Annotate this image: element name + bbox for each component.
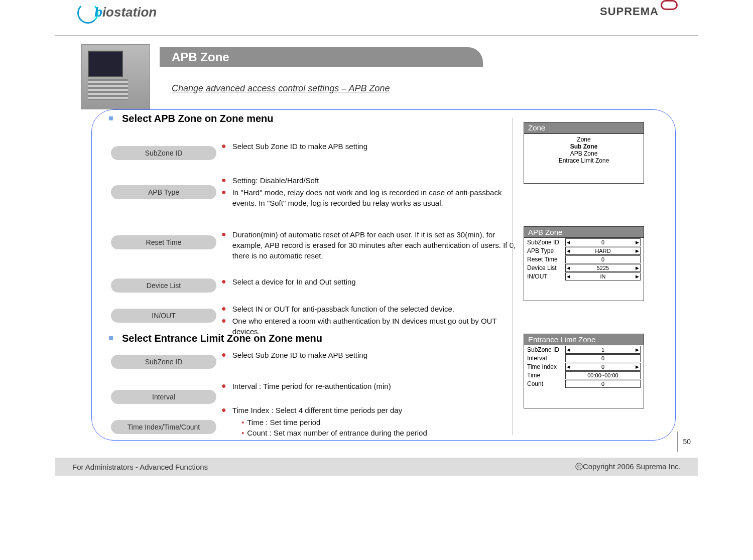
section2-heading-text: Select Entrance Limit Zone on Zone menu: [122, 333, 322, 344]
screen-row: IN/OUT◀IN▶: [524, 272, 644, 281]
row-label: Time Index: [527, 363, 565, 370]
sub-bullet-icon: •: [241, 429, 244, 437]
section2-heading: Select Entrance Limit Zone on Zone menu: [109, 333, 322, 344]
right-arrow-icon[interactable]: ▶: [636, 248, 639, 253]
desc-block: ●Time Index : Select 4 different time pe…: [221, 405, 518, 438]
pill-label: Time Index/Time/Count: [111, 420, 216, 434]
row-label: APB Type: [527, 247, 565, 254]
left-arrow-icon[interactable]: ◀: [567, 364, 570, 369]
bullet-text: Select Sub Zone ID to make APB setting: [232, 350, 367, 361]
screen-entrance-limit: Entrance Limit ZoneSubZone ID◀1▶Interval…: [524, 334, 644, 408]
bullet-icon: ●: [221, 380, 226, 391]
screen-header: Zone: [524, 122, 644, 133]
row-label: Count: [527, 380, 565, 387]
sub-text: Count : Set max number of entrance durin…: [247, 429, 427, 437]
row-label: SubZone ID: [527, 239, 565, 246]
desc-block: ●Setting: Disable/Hard/Soft●In "Hard" mo…: [221, 175, 518, 209]
footer-left: For Administrators - Advanced Functions: [72, 463, 208, 471]
desc-block: ●Select a device for In and Out setting: [221, 276, 518, 289]
sub-text: Time : Set time period: [247, 418, 320, 427]
right-arrow-icon[interactable]: ▶: [636, 240, 639, 245]
logo-rest: iostation: [102, 5, 157, 20]
screen-zone: ZoneZoneSub ZoneAPB ZoneEntrace Limit Zo…: [524, 122, 644, 184]
value-box[interactable]: ◀0▶: [565, 238, 641, 246]
right-arrow-icon[interactable]: ▶: [636, 347, 639, 352]
screen-row: SubZone ID◀1▶: [524, 345, 644, 354]
bullet-icon: ●: [221, 141, 226, 152]
value-text: 0: [601, 239, 604, 245]
row-label: Interval: [527, 355, 565, 362]
pill-label: IN/OUT: [111, 309, 216, 323]
value-box[interactable]: ◀1▶: [565, 346, 641, 354]
bullet-icon: ●: [221, 303, 226, 314]
screen-row: Reset Time0: [524, 255, 644, 263]
value-box[interactable]: 0: [565, 354, 641, 362]
section1-heading-text: Select APB Zone on Zone menu: [122, 113, 274, 124]
screen-header: APB Zone: [524, 227, 644, 238]
value-box[interactable]: ◀5225▶: [565, 264, 641, 272]
desc-block: ●Interval : Time period for re-authentic…: [221, 381, 518, 393]
screen-row: APB Type◀HARD▶: [524, 246, 644, 255]
screen-row: Count0: [524, 379, 644, 388]
bullet-text: Time Index : Select 4 different time per…: [232, 405, 403, 416]
screen-body: ZoneSub ZoneAPB ZoneEntrace Limit Zone: [524, 133, 644, 183]
value-text: 5225: [597, 265, 609, 271]
desc-block: ●Select Sub Zone ID to make APB setting: [221, 141, 518, 153]
right-arrow-icon[interactable]: ▶: [636, 265, 639, 270]
value-box[interactable]: ◀IN▶: [565, 272, 641, 281]
row-label: Reset Time: [527, 256, 565, 263]
pill-label: Reset Time: [111, 235, 216, 249]
bullet-text: Select Sub Zone ID to make APB setting: [232, 141, 367, 152]
device-thumbnail: [81, 44, 150, 109]
square-bullet-icon: [109, 336, 113, 340]
row-label: Device List: [527, 264, 565, 271]
left-arrow-icon[interactable]: ◀: [567, 248, 570, 253]
value-text: 1: [601, 347, 604, 353]
menu-line: Zone: [527, 136, 641, 143]
right-arrow-icon[interactable]: ▶: [636, 364, 639, 369]
screen-row: Device List◀5225▶: [524, 263, 644, 272]
value-box[interactable]: ◀HARD▶: [565, 247, 641, 255]
section1-heading: Select APB Zone on Zone menu: [109, 113, 274, 124]
row-label: Time: [527, 372, 565, 379]
left-arrow-icon[interactable]: ◀: [567, 347, 570, 352]
pill-label: Device List: [111, 278, 216, 293]
infinity-icon: [661, 0, 678, 10]
value-text: 0: [601, 355, 604, 361]
bullet-icon: ●: [221, 404, 226, 415]
screen-apb-zone: APB ZoneSubZone ID◀0▶APB Type◀HARD▶Reset…: [524, 226, 644, 301]
desc-block: ●Select Sub Zone ID to make APB setting: [221, 350, 518, 362]
value-text: 0: [601, 381, 604, 387]
sub-bullet-icon: •: [241, 418, 244, 427]
screen-row: Time Index◀0▶: [524, 362, 644, 371]
page-number: 50: [677, 432, 691, 452]
menu-line: Sub Zone: [527, 143, 641, 150]
screen-row: Interval0: [524, 354, 644, 362]
footer-right: ⓒCopyright 2006 Suprema Inc.: [575, 462, 681, 472]
desc-block: ●Duration(min) of automatic reset of APB…: [221, 229, 518, 262]
value-box[interactable]: 0: [565, 255, 641, 263]
screen-row: Time00:00~00:00: [524, 371, 644, 379]
screen-header: Entrance Limit Zone: [524, 334, 644, 345]
pill-label: SubZone ID: [111, 355, 216, 369]
bullet-icon: ●: [221, 175, 226, 186]
value-text: 0: [601, 364, 604, 370]
bullet-text: Select IN or OUT for anti-passback funct…: [232, 304, 454, 315]
pill-label: APB Type: [111, 185, 216, 199]
logo-suprema: SUPREMA: [600, 5, 678, 18]
row-label: SubZone ID: [527, 346, 565, 353]
right-arrow-icon[interactable]: ▶: [636, 274, 639, 279]
value-box[interactable]: ◀0▶: [565, 363, 641, 371]
value-text: 0: [601, 256, 604, 262]
value-box[interactable]: 00:00~00:00: [565, 371, 641, 379]
footer: For Administrators - Advanced Functions …: [55, 458, 698, 476]
value-box[interactable]: 0: [565, 380, 641, 388]
page-subtitle: Change advanced access control settings …: [172, 83, 390, 94]
left-arrow-icon[interactable]: ◀: [567, 265, 570, 270]
value-text: IN: [600, 273, 606, 279]
left-arrow-icon[interactable]: ◀: [567, 240, 570, 245]
left-arrow-icon[interactable]: ◀: [567, 274, 570, 279]
menu-line: Entrace Limit Zone: [527, 157, 641, 164]
value-text: HARD: [595, 248, 610, 254]
logo-b: b: [94, 5, 102, 20]
